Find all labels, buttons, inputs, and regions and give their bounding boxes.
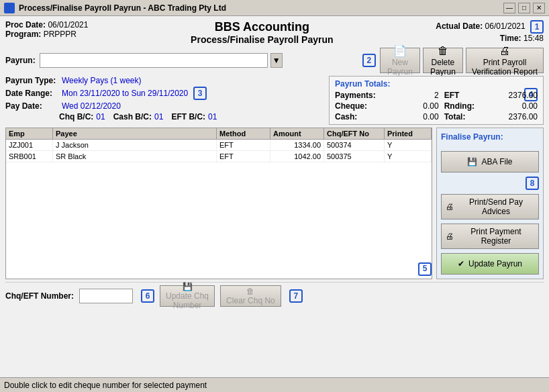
emp-1: JZJ001 [6, 140, 53, 150]
header-center: BBS Accounting Process/Finalise Payroll … [88, 20, 436, 45]
badge-1: 1 [530, 20, 544, 34]
payrun-label: Payrun: [5, 56, 36, 65]
chq-eft-label: Chq/EFT Number: [5, 291, 74, 301]
program-row: Program: PRPPPR [5, 30, 88, 39]
print-send-pay-advices-button[interactable]: 🖨 Print/Send Pay Advices [441, 194, 539, 219]
date-range-value: Mon 23/11/2020 to Sun 29/11/2020 [62, 89, 188, 98]
clear-chq-icon: 🗑 [246, 287, 254, 296]
header-right: Actual Date: 06/01/2021 1 Time: 15:48 [436, 20, 544, 43]
time-label: Time: [500, 34, 521, 43]
proc-date-row: Proc Date: 06/01/2021 [5, 20, 88, 30]
date-range-row: Date Range: Mon 23/11/2020 to Sun 29/11/… [5, 87, 323, 100]
print-send-label: Print/Send Pay Advices [458, 197, 534, 216]
update-payrun-button[interactable]: ✔ Update Payrun [441, 253, 539, 275]
app-icon [4, 3, 15, 13]
table-body: JZJ001 J Jackson EFT 1334.00 500374 Y SR… [6, 140, 432, 260]
table-row[interactable]: JZJ001 J Jackson EFT 1334.00 500374 Y [6, 140, 432, 151]
new-payrun-icon: 📄 [393, 44, 407, 57]
emp-2: SRB001 [6, 151, 53, 162]
update-payrun-label: Update Payrun [468, 259, 522, 268]
chq-bc-label: Chq B/C: [59, 112, 93, 121]
pay-date-label: Pay Date: [5, 101, 59, 111]
aba-file-button[interactable]: 💾 ABA File [441, 151, 539, 173]
amount-1: 1334.00 [270, 140, 324, 150]
col-printed: Printed [385, 128, 432, 139]
cash-bc-label: Cash B/C: [113, 112, 152, 121]
col-method: Method [217, 128, 270, 139]
totals-grid: Payments: 2 EFT 2376.00 Cheque: 0.00 Rnd… [335, 91, 538, 121]
totals-title: Payrun Totals: [335, 79, 390, 89]
aba-file-label: ABA File [481, 157, 512, 166]
title-bar-left: Process/Finalise Payroll Payrun - ABC Tr… [4, 3, 226, 13]
actual-date-value: 06/01/2021 [485, 21, 526, 31]
payrun-type-value: Weekly Pays (1 week) [62, 76, 141, 85]
eft-bc-value: 01 [208, 112, 217, 121]
maximize-button[interactable]: □ [518, 3, 530, 13]
cash-label: Cash: [335, 112, 385, 121]
date-range-label: Date Range: [5, 89, 59, 98]
badge-2: 2 [362, 54, 376, 67]
title-bar-controls[interactable]: — □ ✕ [503, 3, 545, 13]
cheque-label: Cheque: [335, 101, 385, 111]
amount-2: 1042.00 [270, 151, 324, 162]
delete-payrun-icon: 🗑 [438, 45, 448, 57]
table-row[interactable]: SRB001 SR Black EFT 1042.00 500375 Y [6, 151, 432, 162]
payrun-type-row: Payrun Type: Weekly Pays (1 week) [5, 76, 323, 85]
new-payrun-label: NewPayrun [387, 58, 413, 77]
print-verification-label: Print PayrollVerification Report [472, 58, 538, 77]
payments-label: Payments: [335, 91, 385, 100]
aba-file-icon: 💾 [467, 157, 477, 166]
bc-row: Chq B/C: 01 Cash B/C: 01 EFT B/C: 01 [5, 112, 323, 121]
payrun-totals: Payrun Totals: Payments: 2 EFT 2376.00 C… [329, 76, 544, 125]
payrun-combo[interactable]: 000136 - Workfile: JS2W01 - Date: 06/01/… [40, 53, 268, 68]
table-header: Emp Payee Method Amount Chq/EFT No Print… [6, 128, 432, 140]
time-value: 15:48 [523, 34, 544, 43]
header-row: Proc Date: 06/01/2021 Program: PRPPPR BB… [5, 20, 544, 45]
update-payrun-icon: ✔ [458, 259, 464, 268]
pay-date-row: Pay Date: Wed 02/12/2020 [5, 101, 323, 111]
delete-payrun-label: DeletePayrun [430, 58, 456, 77]
payrun-select-wrap: 000136 - Workfile: JS2W01 - Date: 06/01/… [40, 53, 356, 68]
col-chqeft: Chq/EFT No [324, 128, 385, 139]
col-amount: Amount [270, 128, 324, 139]
print-verification-icon: 🖨 [499, 45, 510, 57]
table-section: Emp Payee Method Amount Chq/EFT No Print… [5, 128, 432, 279]
pay-date-value: Wed 02/12/2020 [62, 101, 121, 111]
chq-eft-input[interactable] [79, 289, 133, 303]
finalise-title: Finalise Payrun: [441, 132, 503, 142]
chqeft-2: 500375 [324, 151, 385, 162]
clear-chq-no-button[interactable]: 🗑 Clear Chq No [220, 285, 281, 307]
cash-value: 0.00 [390, 112, 439, 121]
content-area: Emp Payee Method Amount Chq/EFT No Print… [5, 128, 544, 279]
finalise-section: Finalise Payrun: 💾 ABA File 8 🖨 Print/Se… [436, 128, 544, 279]
close-button[interactable]: ✕ [533, 3, 545, 13]
payrun-combo-arrow[interactable]: ▼ [270, 53, 283, 68]
update-chq-label: Update ChqNumber [166, 291, 209, 310]
printed-2: Y [385, 151, 432, 162]
chqeft-1: 500374 [324, 140, 385, 150]
proc-date-value: 06/01/2021 [48, 20, 88, 30]
eft-label: EFT [444, 91, 483, 100]
new-payrun-button[interactable]: 📄 NewPayrun [380, 48, 420, 73]
actual-date-label: Actual Date: [436, 21, 483, 31]
status-bar: Double click to edit cheque number for s… [0, 377, 549, 392]
eft-bc-label: EFT B/C: [171, 112, 205, 121]
main-container: Proc Date: 06/01/2021 Program: PRPPPR BB… [0, 16, 549, 377]
update-chq-number-button[interactable]: 💾 Update ChqNumber [160, 285, 215, 307]
title-bar: Process/Finalise Payroll Payrun - ABC Tr… [0, 0, 549, 16]
rnding-value: 0.00 [489, 101, 538, 111]
chq-bc-value: 01 [96, 112, 105, 121]
method-2: EFT [217, 151, 270, 162]
payee-1: J Jackson [53, 140, 217, 150]
minimize-button[interactable]: — [503, 3, 515, 13]
printed-1: Y [385, 140, 432, 150]
payments-value: 2 [390, 91, 439, 100]
delete-payrun-button[interactable]: 🗑 DeletePayrun [423, 48, 463, 73]
badge-6: 6 [141, 289, 154, 303]
method-1: EFT [217, 140, 270, 150]
print-verification-button[interactable]: 🖨 Print PayrollVerification Report [466, 48, 544, 73]
app-subtitle: Process/Finalise Payroll Payrun [88, 34, 436, 45]
print-payment-register-button[interactable]: 🖨 Print Payment Register [441, 224, 539, 249]
print-register-label: Print Payment Register [458, 227, 534, 246]
print-register-icon: 🖨 [446, 232, 454, 241]
